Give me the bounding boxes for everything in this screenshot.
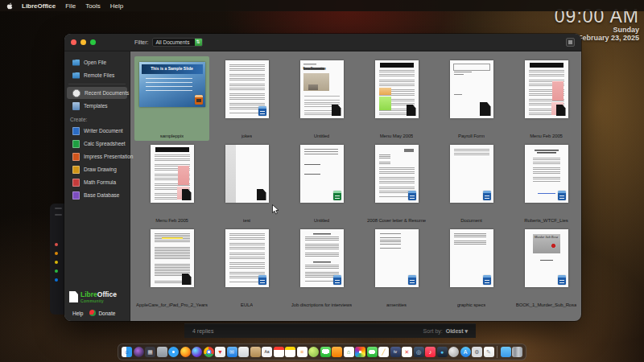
dock-app-green-icon[interactable]: [308, 347, 319, 357]
sidebar-item-open-file[interactable]: Open File: [67, 56, 127, 68]
filter-dropdown[interactable]: All Documents ⇅: [152, 38, 203, 47]
document-cell-jokes[interactable]: jokes: [209, 56, 284, 141]
dock-messages-icon[interactable]: [320, 347, 331, 357]
dock-app-window-icon[interactable]: [238, 347, 249, 357]
dock-font-book-icon[interactable]: Aa: [262, 347, 272, 357]
document-cell-payroll-form[interactable]: Payroll Form: [434, 56, 509, 141]
document-cell-menu-feb-2005[interactable]: Menu Feb 2005: [509, 56, 581, 141]
document-thumbnail: [300, 229, 344, 287]
dock-brave-shield-icon[interactable]: ▼: [215, 347, 225, 357]
dock-settings-icon[interactable]: ⚙: [472, 347, 482, 357]
document-thumbnail: [375, 60, 419, 118]
dock-downloads-folder-icon[interactable]: [501, 347, 511, 357]
dock-reminders-icon[interactable]: ≡: [297, 347, 308, 357]
thumbnail-text: This is a Sample Slide: [139, 66, 205, 71]
dock-mail-icon[interactable]: ✉: [227, 347, 237, 357]
dock-trash-icon[interactable]: [512, 347, 522, 357]
dock-firefox-icon[interactable]: [180, 347, 191, 357]
dock-contacts-icon[interactable]: [448, 347, 459, 357]
sidebar-item-remote-files[interactable]: Remote Files: [67, 69, 127, 81]
sidebar-item-math-formula[interactable]: Math Formula: [67, 176, 127, 188]
document-cell-roberts-wtcf-lies[interactable]: Roberts_WTCF_Lies: [509, 141, 581, 225]
sidebar-heading: Create:: [64, 113, 130, 124]
dock-home-icon[interactable]: ⌂: [344, 347, 354, 357]
dock-textedit-icon[interactable]: ✎: [484, 347, 494, 357]
menu-libreoffice[interactable]: LibreOffice: [22, 2, 56, 10]
dock-app-store-icon[interactable]: A: [460, 347, 471, 357]
sidebar-item-base-database[interactable]: Base Database: [67, 189, 127, 201]
sort-by-dropdown[interactable]: Oldest ▾: [446, 328, 468, 335]
dock-freeform-icon[interactable]: ╱: [378, 347, 389, 357]
document-cell-graphic-specs[interactable]: graphic specs: [434, 225, 509, 310]
view-toggle-button[interactable]: [566, 38, 575, 47]
dogear-badge-icon: [556, 105, 566, 116]
sidebar-item-label: Base Database: [84, 192, 119, 198]
sidebar-item-impress-presentation[interactable]: Impress Presentation: [67, 150, 127, 162]
document-label: Menu Feb 2005: [530, 134, 563, 138]
close-window-button[interactable]: [71, 39, 76, 45]
sidebar-item-templates[interactable]: Templates: [67, 100, 127, 112]
document-label: Payroll Form: [458, 134, 485, 138]
document-label: sampleppix: [160, 134, 184, 138]
dock-finder-icon[interactable]: ☺: [122, 347, 132, 357]
dock-tv-icon[interactable]: tv: [390, 347, 401, 357]
donate-button[interactable]: Donate: [89, 310, 115, 316]
dock-notes-icon[interactable]: [285, 347, 295, 357]
sidebar-item-recent-documents[interactable]: Recent Documents: [67, 87, 127, 99]
dock-books-icon[interactable]: [250, 347, 261, 357]
document-label: Document: [460, 218, 482, 223]
sidebar-item-writer-document[interactable]: Writer Document: [67, 125, 127, 137]
community-label: Community: [80, 298, 117, 304]
sidebar-item-calc-spreadsheet[interactable]: Calc Spreadsheet: [67, 138, 127, 150]
dock-music-icon[interactable]: ♪: [425, 347, 436, 357]
document-cell-job-discriptions-for-interviews[interactable]: Job discriptions for interviews: [284, 225, 359, 310]
menu-file[interactable]: File: [65, 2, 76, 10]
writer-badge-icon: [408, 191, 416, 200]
dock-chrome-icon[interactable]: [204, 347, 214, 357]
sidebar-item-draw-drawing[interactable]: Draw Drawing: [67, 163, 127, 175]
dock-launchpad-icon[interactable]: ▦: [145, 347, 155, 357]
document-cell-untitled[interactable]: Untitled: [284, 141, 359, 225]
dock-photos-icon[interactable]: [355, 347, 365, 357]
minimize-window-button[interactable]: [80, 39, 86, 45]
thumbnail-text: Easy Decorating: [303, 67, 326, 70]
document-cell-2008-cover-letter-resume[interactable]: 2008 Cover letter & Resume: [359, 141, 434, 225]
document-cell-document[interactable]: Document: [434, 141, 509, 225]
document-cell-book-1-murder-sub-rosa[interactable]: Murder Sub RosaBOOK_1_Murder_Sub_Rosa: [509, 225, 581, 310]
document-cell-eula[interactable]: EULA: [209, 225, 284, 310]
writer-badge-icon: [408, 275, 416, 285]
draw-doc-icon: [72, 166, 80, 174]
dock-calendar-icon[interactable]: [274, 347, 284, 357]
document-label: Roberts_WTCF_Lies: [524, 218, 568, 223]
document-thumbnail: [525, 60, 568, 118]
dock-app-red-x-icon[interactable]: ✕: [402, 347, 412, 357]
dock-podcasts-icon[interactable]: ◎: [414, 347, 424, 357]
finder-tag-dot: [55, 261, 58, 264]
background-finder-window[interactable]: [50, 204, 66, 315]
document-cell-menu-feb-2005[interactable]: Menu Feb 2005: [134, 141, 209, 225]
dogear-badge-icon: [480, 102, 491, 116]
dock-safari-icon[interactable]: [168, 347, 179, 357]
dock-find-my-icon[interactable]: ●: [437, 347, 448, 357]
finder-sidebar-item: [55, 208, 62, 209]
zoom-window-button[interactable]: [90, 39, 96, 45]
menu-tools[interactable]: Tools: [85, 2, 101, 10]
document-cell-sampleppix[interactable]: This is a Sample Slidesampleppix: [134, 56, 209, 141]
menu-help[interactable]: Help: [110, 2, 123, 10]
dock-firefox-dev-icon[interactable]: [192, 347, 202, 357]
finder-tag-dot: [55, 252, 58, 255]
document-thumbnail: [225, 145, 269, 203]
document-cell-amenities[interactable]: amenities: [359, 225, 434, 310]
document-cell-untitled[interactable]: Easy DecoratingUntitled: [284, 56, 359, 141]
document-cell-applecare-for-ipad-pro-2-years[interactable]: AppleCare_for_iPad_Pro_2_Years: [134, 225, 209, 310]
dock-news-icon[interactable]: [332, 347, 342, 357]
writer-badge-icon: [558, 275, 566, 285]
document-label: test: [243, 218, 250, 223]
document-thumbnail: [525, 145, 568, 203]
dock-mission-control-icon[interactable]: [157, 347, 167, 357]
dock-facetime-icon[interactable]: [367, 347, 378, 357]
document-cell-menu-may-2005[interactable]: Menu May 2005: [359, 56, 434, 141]
help-button[interactable]: Help: [72, 311, 83, 316]
dock-siri-icon[interactable]: [134, 347, 144, 357]
apple-logo-icon[interactable]: [6, 2, 14, 10]
